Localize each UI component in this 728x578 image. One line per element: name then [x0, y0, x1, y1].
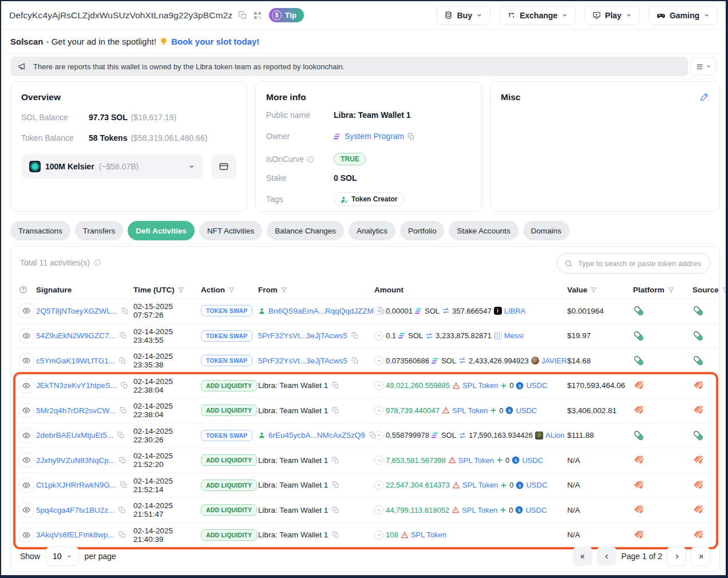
from-address-link[interactable]: Libra: Team Wallet 1 [258, 481, 328, 489]
token-1-link[interactable]: SPL Token [452, 406, 488, 415]
filter-icon[interactable] [280, 286, 288, 294]
exchange-menu-button[interactable]: Exchange [499, 6, 576, 25]
play-menu-button[interactable]: Play [584, 6, 640, 25]
signature-link[interactable]: c5YmGaK19WLfTG1... [36, 357, 115, 365]
token-2-link[interactable]: LIBRA [504, 307, 526, 315]
page-size-select[interactable]: 10 [46, 547, 79, 566]
signature-link[interactable]: 54Z9uEkN2W9GZC7... [36, 331, 116, 340]
expand-amount-button[interactable] [374, 356, 383, 365]
signature-link[interactable]: 2Jxhy9VZuN83NqCp... [36, 456, 115, 465]
tab-transfers[interactable]: Transfers [75, 221, 124, 240]
from-address-link[interactable]: Libra: Team Wallet 1 [258, 406, 328, 415]
token-1-link[interactable]: SPL Token [462, 381, 498, 390]
copy-button[interactable] [121, 307, 129, 315]
token-2-link[interactable]: Messi [504, 331, 524, 340]
from-address-link[interactable]: Libra: Team Wallet 1 [258, 456, 328, 465]
filter-icon[interactable] [667, 286, 675, 294]
signature-link[interactable]: 3AkqVs6fELFmk8wp... [36, 531, 114, 539]
expand-amount-button[interactable] [374, 381, 383, 390]
expand-amount-button[interactable] [374, 331, 383, 341]
signature-link[interactable]: 2Q5T8jNToeyXGZWL... [36, 307, 117, 315]
next-page-button[interactable] [667, 547, 686, 566]
portfolio-wallet-button[interactable] [211, 154, 236, 179]
preview-transaction-button[interactable] [19, 378, 34, 393]
first-page-button[interactable] [573, 547, 592, 566]
signature-link[interactable]: JEkTN3zeKvY1htpeS... [36, 381, 117, 390]
copy-button[interactable] [118, 531, 126, 539]
copy-button[interactable] [117, 431, 125, 439]
tab-domains[interactable]: Domains [523, 221, 569, 240]
buy-menu-button[interactable]: Buy [436, 6, 490, 25]
filter-icon[interactable] [228, 286, 235, 294]
preview-transaction-button[interactable] [19, 502, 34, 517]
filter-icon[interactable] [722, 286, 728, 294]
gaming-menu-button[interactable]: Gaming [648, 6, 718, 25]
token-2-link[interactable]: USDC [522, 456, 543, 465]
tab-defi-activities[interactable]: Defi Activities [128, 221, 195, 240]
filter-icon[interactable] [590, 286, 598, 294]
prev-page-button[interactable] [597, 547, 616, 566]
from-address-link[interactable]: Libra: Team Wallet 1 [258, 381, 328, 390]
last-page-button[interactable] [691, 547, 710, 566]
preview-transaction-button[interactable] [19, 403, 34, 418]
preview-transaction-button[interactable] [19, 353, 34, 368]
from-address-link[interactable]: Libra: Team Wallet 1 [258, 506, 328, 514]
notice-list-toggle[interactable] [690, 57, 717, 76]
copy-button[interactable] [332, 506, 339, 514]
tab-stake-accounts[interactable]: Stake Accounts [449, 221, 518, 240]
expand-amount-button[interactable] [374, 406, 383, 415]
expand-amount-button[interactable] [374, 431, 383, 440]
copy-button[interactable] [332, 481, 339, 489]
search-input[interactable] [577, 259, 703, 268]
preview-transaction-button[interactable] [19, 453, 34, 468]
copy-address-button[interactable] [238, 11, 247, 20]
token-creator-tag[interactable]: Token Creator [334, 192, 404, 206]
token-select[interactable]: 100M Kelsier (~$58.07B) [21, 154, 203, 179]
copy-button[interactable] [119, 357, 126, 365]
qr-code-button[interactable] [253, 11, 262, 20]
token-1-link[interactable]: SPL Token [411, 531, 446, 539]
preview-transaction-button[interactable] [19, 303, 34, 318]
signature-link[interactable]: 5Mr2q4h7rDR2svCW... [36, 406, 116, 415]
preview-transaction-button[interactable] [19, 428, 34, 443]
tab-transactions[interactable]: Transactions [10, 221, 70, 240]
token-1-link[interactable]: SPL Token [462, 506, 497, 514]
copy-button[interactable] [120, 407, 127, 414]
from-address-link[interactable]: 6rEu45ycbA...NMcAxZ5zQ9 [268, 431, 365, 440]
ad-link[interactable]: Book your slot today! [171, 37, 259, 46]
copy-button[interactable] [120, 481, 128, 489]
copy-button[interactable] [120, 332, 127, 339]
expand-amount-button[interactable] [374, 505, 383, 514]
signature-link[interactable]: Ct1pkXJHRrRwkN9G... [36, 481, 116, 489]
from-address-link[interactable]: Bn6QS9aEmA...RqqQqdJZZM [268, 307, 374, 315]
signature-link[interactable]: 5pq4cga4F7tv1BU2z... [36, 506, 114, 514]
tip-button[interactable]: $Tip [269, 8, 304, 22]
tab-portfolio[interactable]: Portfolio [400, 221, 445, 240]
expand-amount-button[interactable] [374, 531, 383, 540]
token-2-link[interactable]: JAVIER [541, 357, 567, 365]
token-2-link[interactable]: USDC [516, 406, 537, 415]
token-1-link[interactable]: SPL Token [458, 456, 494, 465]
copy-button[interactable] [118, 506, 126, 514]
preview-transaction-button[interactable] [19, 528, 34, 543]
from-address-link[interactable]: Libra: Team Wallet 1 [258, 531, 328, 539]
copy-button[interactable] [332, 531, 339, 539]
token-2-link[interactable]: ALion [545, 431, 564, 440]
token-2-link[interactable]: USDC [526, 481, 547, 489]
copy-button[interactable] [332, 407, 339, 414]
token-2-link[interactable]: USDC [525, 506, 547, 514]
signature-link[interactable]: 2debrBAEUxMtjuEt5... [36, 431, 113, 440]
filter-icon[interactable] [177, 286, 185, 294]
expand-amount-button[interactable] [374, 306, 383, 315]
owner-link[interactable]: System Program [345, 132, 404, 141]
edit-misc-button[interactable] [700, 92, 709, 103]
tab-analytics[interactable]: Analytics [349, 221, 395, 240]
copy-button[interactable] [332, 382, 339, 389]
preview-transaction-button[interactable] [19, 328, 34, 343]
copy-owner-button[interactable] [407, 133, 415, 140]
from-address-link[interactable]: 5PrF32YsVt...3eJjTAcws5 [258, 357, 347, 365]
tab-balance-changes[interactable]: Balance Changes [267, 221, 344, 240]
token-2-link[interactable]: USDC [526, 381, 547, 390]
copy-button[interactable] [351, 332, 359, 339]
copy-button[interactable] [121, 382, 128, 389]
